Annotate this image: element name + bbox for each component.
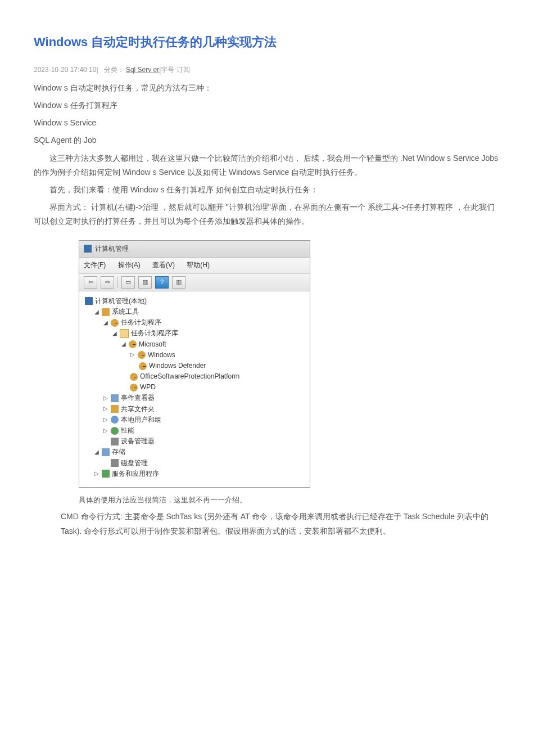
paragraph: SQL Agent 的 Job xyxy=(34,133,500,147)
window-titlebar: 计算机管理 xyxy=(79,241,310,258)
navigation-tree: 计算机管理(本地) ◢系统工具 ◢任务计划程序 ◢任务计划程序库 ◢Micros… xyxy=(79,291,310,487)
app-icon xyxy=(84,245,92,253)
menu-file[interactable]: 文件(F) xyxy=(84,261,106,269)
clock-icon xyxy=(139,362,147,370)
tree-shared-folders[interactable]: ▷共享文件夹 xyxy=(83,404,306,415)
folder-icon xyxy=(120,329,129,338)
menu-action[interactable]: 操作(A) xyxy=(118,261,141,269)
collapse-icon[interactable]: ◢ xyxy=(103,318,108,327)
event-viewer-icon xyxy=(111,394,119,402)
expand-icon[interactable]: ▷ xyxy=(103,404,108,413)
menu-help[interactable]: 帮助(H) xyxy=(187,261,210,269)
clock-icon xyxy=(130,373,138,381)
collapse-icon[interactable]: ◢ xyxy=(121,340,126,349)
users-icon xyxy=(111,416,119,424)
paragraph: Window s 任务打算程序 xyxy=(34,98,500,112)
properties-button[interactable]: ▥ xyxy=(138,276,152,289)
window-title: 计算机管理 xyxy=(95,243,129,255)
blank-icon xyxy=(103,437,108,446)
paragraph: 这三种方法大多数人都用过，我在这里只做一个比较简洁的介绍和小结， 后续，我会用一… xyxy=(34,151,500,179)
toolbar-separator xyxy=(117,277,118,288)
tree-storage[interactable]: ◢存储 xyxy=(83,447,306,457)
forward-button[interactable]: ⇨ xyxy=(101,276,114,289)
storage-icon xyxy=(102,448,110,456)
tree-event-viewer[interactable]: ▷事件查看器 xyxy=(83,393,306,403)
blank-icon xyxy=(103,458,108,467)
paragraph: CMD 命令行方式: 主要命令是 SchTas ks (另外还有 AT 命令，该… xyxy=(61,510,500,538)
paragraph: Window s 自动定时执行任务，常见的方法有三种： xyxy=(34,81,500,95)
meta-category-link[interactable]: Sql Serv er xyxy=(126,66,159,74)
clock-icon xyxy=(111,319,119,327)
up-button[interactable]: ▭ xyxy=(121,276,135,289)
expand-icon[interactable]: ▷ xyxy=(94,469,99,478)
tree-task-scheduler[interactable]: ◢任务计划程序 xyxy=(83,317,306,328)
tree-root[interactable]: 计算机管理(本地) xyxy=(83,296,306,307)
tree-disk-management[interactable]: 磁盘管理 xyxy=(83,458,306,469)
clock-icon xyxy=(129,340,137,348)
device-manager-icon xyxy=(111,438,119,446)
article-title: Windows 自动定时执行任务的几种实现方法 xyxy=(34,31,500,53)
toolbar: ⇦ ⇨ ▭ ▥ ? ▥ xyxy=(79,274,310,291)
tree-wpd[interactable]: WPD xyxy=(83,382,306,393)
expand-icon[interactable]: ▷ xyxy=(103,426,108,435)
tree-windows[interactable]: ▷Windows xyxy=(83,350,306,361)
refresh-button[interactable]: ▥ xyxy=(172,276,185,289)
paragraph: 界面方式： 计算机(右键)->治理 ，然后就可以翻开 "计算机治理"界面，在界面… xyxy=(34,200,500,228)
computer-icon xyxy=(85,297,93,305)
tree-performance[interactable]: ▷性能 xyxy=(83,425,306,436)
meta-tail: |字号 订阅 xyxy=(159,66,189,74)
tree-system-tools[interactable]: ◢系统工具 xyxy=(83,307,306,317)
tree-services-apps[interactable]: ▷服务和应用程序 xyxy=(83,469,306,479)
menubar: 文件(F) 操作(A) 查看(V) 帮助(H) xyxy=(79,258,310,274)
menu-view[interactable]: 查看(V) xyxy=(152,261,175,269)
disk-icon xyxy=(111,459,119,467)
tree-local-users[interactable]: ▷本地用户和组 xyxy=(83,415,306,425)
clock-icon xyxy=(138,351,146,359)
expand-icon[interactable]: ▷ xyxy=(130,350,135,359)
paragraph: Window s Service xyxy=(34,116,500,130)
tree-task-scheduler-lib[interactable]: ◢任务计划程序库 xyxy=(83,328,306,339)
help-button[interactable]: ? xyxy=(155,276,169,289)
collapse-icon[interactable]: ◢ xyxy=(94,448,99,457)
paragraph: 首先，我们来看：使用 Window s 任务打算程序 如何创立自动定时执行任务： xyxy=(34,183,500,197)
screenshot-caption: 具体的使用方法应当很简洁，这里就不再一一介绍。 xyxy=(79,493,500,506)
shared-folders-icon xyxy=(111,405,119,413)
expand-icon[interactable]: ▷ xyxy=(103,415,108,424)
meta-date: 2023-10-20 17:40:10 xyxy=(34,66,96,74)
collapse-icon[interactable]: ◢ xyxy=(94,308,99,317)
services-icon xyxy=(102,470,110,478)
clock-icon xyxy=(130,384,138,392)
collapse-icon[interactable]: ◢ xyxy=(112,329,117,338)
computer-management-window: 计算机管理 文件(F) 操作(A) 查看(V) 帮助(H) ⇦ ⇨ ▭ ▥ ? … xyxy=(79,240,310,488)
meta-category-label: 分类： xyxy=(104,66,124,74)
tree-microsoft[interactable]: ◢Microsoft xyxy=(83,339,306,350)
tools-icon xyxy=(102,308,110,316)
tree-office-spp[interactable]: OfficeSoftwareProtectionPlatform xyxy=(83,371,306,382)
back-button[interactable]: ⇦ xyxy=(84,276,97,289)
article-meta: 2023-10-20 17:40:10| 分类： Sql Serv er|字号 … xyxy=(34,64,500,76)
performance-icon xyxy=(111,427,119,435)
tree-device-manager[interactable]: 设备管理器 xyxy=(83,436,306,447)
tree-windows-defender[interactable]: Windows Defender xyxy=(83,361,306,371)
expand-icon[interactable]: ▷ xyxy=(103,394,108,403)
